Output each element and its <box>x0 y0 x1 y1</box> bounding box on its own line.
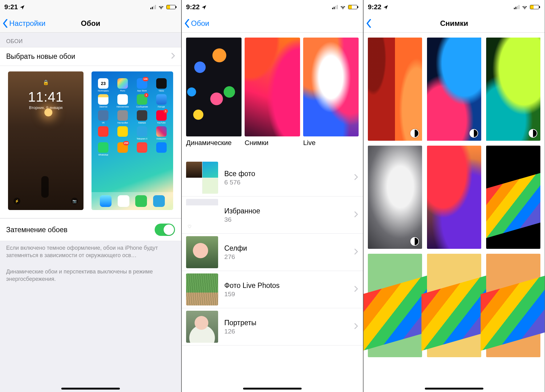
app-icon: Настройки <box>114 110 132 124</box>
app-icon: VK <box>95 110 112 124</box>
dock-app-icon <box>118 195 129 207</box>
app-icon: 299 <box>114 142 132 156</box>
category-dynamic[interactable]: Динамические <box>186 38 242 147</box>
app-icon: Часы <box>153 78 170 92</box>
nav-bar: Настройки Обои <box>0 14 181 33</box>
chevron-right-icon <box>354 211 358 219</box>
screen-choose-wallpaper: 9:22 Обои Динамические <box>182 0 363 392</box>
wallpaper-grid <box>364 33 545 362</box>
app-icon: 23Календарь <box>95 78 112 92</box>
app-icon: Telegram X <box>133 126 151 140</box>
wallpaper-thumb[interactable] <box>486 38 540 141</box>
category-live-thumb <box>303 38 359 136</box>
home-indicator[interactable] <box>61 388 120 390</box>
album-row[interactable]: Фото Live Photos159 <box>182 271 363 308</box>
dim-description: Если включено темное оформление, обои на… <box>0 241 181 259</box>
album-title: Все фото <box>224 170 359 178</box>
album-count: 6 576 <box>224 179 359 186</box>
app-icon <box>95 126 112 140</box>
wallpaper-thumb[interactable] <box>427 254 481 357</box>
album-title: Селфи <box>224 244 359 253</box>
wallpaper-preview-row: 🔒 11:41 Вторник, 9 января ⚡ 📷 23Календар… <box>0 66 181 218</box>
darkmode-badge-icon <box>410 237 419 246</box>
status-time: 9:22 <box>368 3 381 11</box>
wallpaper-thumb[interactable] <box>368 146 422 249</box>
wifi-icon <box>340 5 346 9</box>
home-indicator[interactable] <box>243 388 302 390</box>
location-icon <box>20 3 25 11</box>
camera-icon: 📷 <box>71 198 78 204</box>
wallpaper-thumb[interactable] <box>368 254 422 357</box>
chevron-right-icon <box>354 174 358 181</box>
app-icon <box>133 142 151 156</box>
back-button[interactable] <box>366 19 373 28</box>
dim-wallpaper-toggle[interactable] <box>155 224 175 236</box>
app-icon: Напоминания <box>114 94 132 108</box>
nav-bar: Снимки <box>364 14 545 33</box>
homescreen-preview[interactable]: 23КалендарьФото126App StoreЧасыЗаметкиНа… <box>92 71 173 210</box>
home-indicator[interactable] <box>425 388 483 390</box>
album-title: Портреты <box>224 319 359 327</box>
dock-app-icon <box>100 195 112 207</box>
chevron-right-icon <box>354 323 358 330</box>
album-row[interactable]: Селфи276 <box>182 234 363 271</box>
wallpaper-thumb[interactable] <box>427 146 481 249</box>
lockscreen-preview[interactable]: 🔒 11:41 Вторник, 9 января ⚡ 📷 <box>8 71 83 210</box>
app-icon <box>153 142 170 156</box>
album-row[interactable]: Избранное36 <box>182 196 363 234</box>
status-time: 9:21 <box>4 3 18 11</box>
lock-icon: 🔒 <box>43 79 49 85</box>
choose-wallpaper-row[interactable]: Выбрать новые обои <box>0 47 181 66</box>
app-icon <box>114 126 132 140</box>
album-count: 126 <box>224 328 359 335</box>
battery-icon <box>348 5 357 9</box>
wallpaper-thumb[interactable] <box>427 38 481 141</box>
app-icon: Instagram <box>153 126 170 140</box>
nav-bar: Обои <box>182 14 363 33</box>
wallpaper-thumb[interactable] <box>486 254 540 357</box>
dock-app-icon <box>135 195 147 207</box>
flashlight-icon: ⚡ <box>14 198 20 204</box>
status-bar: 9:22 <box>364 0 545 14</box>
category-stills[interactable]: Снимки <box>245 38 300 147</box>
wallpaper-categories: Динамические Снимки Live <box>182 33 363 148</box>
battery-icon <box>166 5 176 9</box>
app-icon: 1Сообщения <box>133 94 151 108</box>
dock-app-icon <box>153 195 165 207</box>
app-icon: Заметки <box>95 94 112 108</box>
dim-wallpaper-label: Затемнение обоев <box>6 226 67 234</box>
location-icon <box>201 3 206 11</box>
app-icon: WhatsApp <box>95 142 112 156</box>
screen-stills-grid: 9:22 Снимки <box>364 0 545 392</box>
screen-wallpaper-settings: 9:21 Настройки Обои ОБОИ Выбрать новые о… <box>0 0 181 392</box>
battery-icon <box>530 5 539 9</box>
album-thumb <box>186 162 218 194</box>
back-button[interactable]: Обои <box>184 19 209 28</box>
category-dynamic-label: Динамические <box>186 139 242 147</box>
category-stills-thumb <box>245 38 300 136</box>
album-count: 276 <box>224 253 359 261</box>
wifi-icon <box>158 5 164 9</box>
category-stills-label: Снимки <box>245 139 300 147</box>
back-label: Обои <box>191 19 209 28</box>
album-row[interactable]: Все фото6 576 <box>182 159 363 196</box>
album-title: Избранное <box>224 207 359 215</box>
chevron-right-icon <box>171 52 175 61</box>
chevron-right-icon <box>354 249 358 256</box>
back-button[interactable]: Настройки <box>2 19 46 28</box>
lockscreen-time: 11:41 <box>28 89 63 105</box>
album-count: 159 <box>224 290 359 298</box>
status-bar: 9:21 <box>0 0 181 14</box>
wallpaper-thumb[interactable] <box>486 146 540 249</box>
status-bar: 9:22 <box>182 0 363 14</box>
app-icon: Камера <box>133 110 151 124</box>
cellular-icon <box>150 5 156 9</box>
photo-albums-list: Все фото6 576Избранное36Селфи276Фото Liv… <box>182 159 363 346</box>
cellular-icon <box>332 5 338 9</box>
darkmode-badge-icon <box>470 129 478 138</box>
album-row[interactable]: Портреты126 <box>182 308 363 346</box>
category-live-label: Live <box>303 139 359 147</box>
album-thumb <box>186 236 218 268</box>
category-live[interactable]: Live <box>303 38 359 147</box>
wallpaper-thumb[interactable] <box>368 38 422 141</box>
